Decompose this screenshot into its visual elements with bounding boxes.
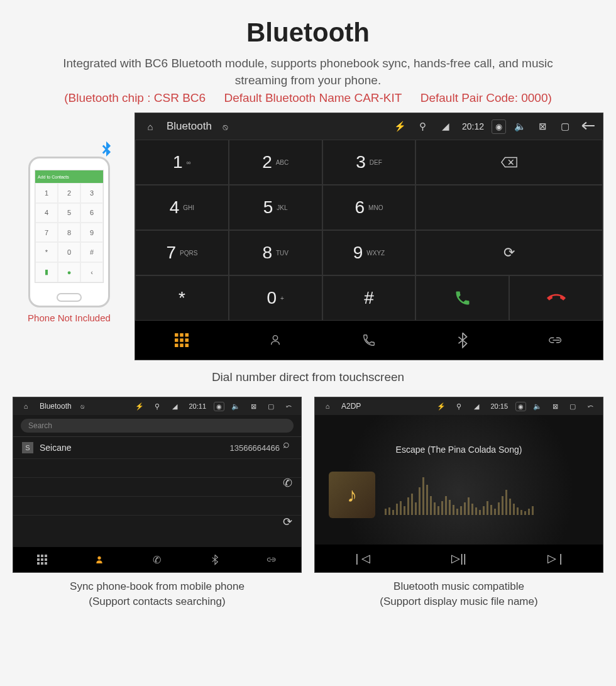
prev-track-button[interactable]: | ◁ — [315, 545, 411, 572]
location-icon: ⚲ — [453, 402, 465, 411]
close-window-icon[interactable]: ⊠ — [534, 121, 551, 132]
tab-contacts[interactable] — [229, 321, 322, 360]
music-caption-2: (Support display music file name) — [314, 594, 603, 609]
svg-rect-13 — [41, 558, 43, 561]
bluetooth-signal-icon — [96, 140, 117, 165]
key-9[interactable]: 9WXYZ — [322, 230, 416, 275]
svg-rect-3 — [175, 338, 179, 342]
svg-rect-1 — [180, 333, 184, 337]
location-icon: ⚲ — [151, 402, 163, 411]
phone-add-contacts-label: Add to Contacts — [38, 175, 69, 179]
spec-name: Default Bluetooth Name CAR-KIT — [224, 91, 402, 104]
tab-dialpad[interactable] — [13, 547, 71, 572]
dial-screen: ⌂ Bluetooth ⍉ ⚡ ⚲ ◢ 20:12 ◉ 🔈 ⊠ ▢ 1∞ 2AB… — [135, 113, 603, 360]
screenshot-button[interactable]: ◉ — [515, 402, 526, 411]
album-art: ♪ — [329, 472, 375, 518]
key-hash[interactable]: # — [322, 275, 416, 321]
key-3[interactable]: 3DEF — [322, 140, 416, 185]
music-controls: | ◁ ▷|| ▷ | — [315, 545, 603, 572]
svg-rect-6 — [175, 344, 179, 348]
tab-pair[interactable] — [243, 547, 301, 572]
volume-icon[interactable]: 🔈 — [511, 121, 529, 132]
tab-contacts[interactable] — [71, 547, 129, 572]
search-icon[interactable]: ⌕ — [283, 438, 292, 451]
play-pause-button[interactable]: ▷|| — [411, 545, 507, 572]
recent-apps-icon[interactable]: ▢ — [265, 402, 277, 411]
next-track-button[interactable]: ▷ | — [507, 545, 603, 572]
contacts-statusbar-title: Bluetooth — [40, 402, 72, 411]
key-8[interactable]: 8TUV — [229, 230, 322, 275]
contact-row — [13, 497, 301, 516]
wifi-icon: ◢ — [437, 121, 454, 132]
svg-rect-17 — [45, 562, 47, 565]
sync-icon[interactable]: ⟳ — [283, 515, 292, 529]
music-screen: ⌂ A2DP ⚡ ⚲ ◢ 20:15 ◉ 🔈 ⊠ ▢ ⤺ Escape (The… — [314, 397, 603, 573]
tab-call-log[interactable]: ✆ — [128, 547, 186, 572]
spec-code: Default Pair Code: 0000) — [421, 91, 552, 104]
wifi-icon: ◢ — [168, 402, 181, 411]
usb-icon: ⍉ — [217, 121, 234, 132]
contacts-screen: ⌂ Bluetooth ⍉ ⚡ ⚲ ◢ 20:11 ◉ 🔈 ⊠ ▢ ⤺ Sear… — [13, 397, 302, 573]
clock-label: 20:15 — [490, 402, 508, 410]
search-input[interactable]: Search — [21, 419, 294, 433]
dialpad: 1∞ 2ABC 3DEF 4GHI 5JKL 6MNO 7PQRS 8TUV 9… — [135, 140, 603, 321]
svg-rect-2 — [185, 333, 189, 337]
spec-chip: (Bluetooth chip : CSR BC6 — [64, 91, 206, 104]
home-icon[interactable]: ⌂ — [321, 402, 334, 410]
back-icon[interactable]: ⤺ — [282, 402, 295, 411]
key-5[interactable]: 5JKL — [229, 185, 322, 230]
svg-rect-8 — [185, 344, 189, 348]
contact-row — [13, 459, 301, 478]
call-answer-button[interactable] — [415, 275, 509, 321]
screenshot-button[interactable]: ◉ — [214, 402, 224, 411]
contact-row — [13, 478, 301, 497]
call-icon[interactable]: ✆ — [283, 476, 292, 490]
refresh-key[interactable]: ⟳ — [415, 230, 603, 275]
music-statusbar-title: A2DP — [341, 402, 361, 411]
call-end-button[interactable] — [509, 275, 603, 321]
key-2[interactable]: 2ABC — [229, 140, 322, 185]
svg-rect-16 — [41, 562, 43, 565]
bluetooth-status-icon: ⚡ — [435, 402, 448, 411]
key-7[interactable]: 7PQRS — [135, 230, 229, 275]
page-subtitle: Integrated with BC6 Bluetooth module, su… — [0, 55, 616, 89]
contact-row[interactable]: S Seicane 13566664466 — [13, 437, 301, 459]
close-window-icon[interactable]: ⊠ — [247, 402, 260, 411]
key-1[interactable]: 1∞ — [135, 140, 229, 185]
empty-key-1 — [415, 185, 603, 230]
screenshot-button[interactable]: ◉ — [492, 119, 506, 134]
tab-dialpad[interactable] — [135, 321, 229, 360]
key-0[interactable]: 0+ — [229, 275, 322, 321]
svg-rect-11 — [45, 555, 47, 557]
waveform — [385, 471, 534, 515]
svg-rect-4 — [180, 338, 184, 342]
svg-rect-7 — [180, 344, 184, 348]
recent-apps-icon[interactable]: ▢ — [566, 402, 579, 411]
tab-bluetooth[interactable] — [186, 547, 244, 572]
music-caption-1: Bluetooth music compatible — [314, 579, 603, 594]
back-icon[interactable]: ⤺ — [584, 402, 597, 411]
close-window-icon[interactable]: ⊠ — [549, 402, 561, 411]
svg-rect-0 — [175, 333, 179, 337]
dial-tabbar — [135, 321, 603, 360]
key-6[interactable]: 6MNO — [322, 185, 416, 230]
tab-call-log[interactable] — [322, 321, 416, 360]
key-star[interactable]: * — [135, 275, 229, 321]
song-title: Escape (The Pina Colada Song) — [396, 445, 522, 455]
dial-statusbar: ⌂ Bluetooth ⍉ ⚡ ⚲ ◢ 20:12 ◉ 🔈 ⊠ ▢ — [135, 113, 603, 140]
back-icon[interactable] — [579, 121, 597, 133]
recent-apps-icon[interactable]: ▢ — [556, 121, 574, 132]
contacts-tabbar: ✆ — [13, 547, 301, 572]
key-4[interactable]: 4GHI — [135, 185, 229, 230]
home-icon[interactable]: ⌂ — [141, 121, 159, 132]
tab-pair[interactable] — [509, 321, 603, 360]
volume-icon[interactable]: 🔈 — [229, 402, 242, 411]
contact-phone: 13566664466 — [229, 443, 280, 453]
backspace-key[interactable] — [415, 140, 603, 185]
contact-badge: S — [22, 442, 33, 453]
tab-bluetooth[interactable] — [415, 321, 509, 360]
home-icon[interactable]: ⌂ — [19, 402, 32, 410]
phone-caption: Phone Not Included — [13, 313, 126, 323]
phone-illustration: Add to Contacts 123 456 789 *0# ▮●‹ — [28, 157, 110, 307]
volume-icon[interactable]: 🔈 — [531, 402, 544, 411]
